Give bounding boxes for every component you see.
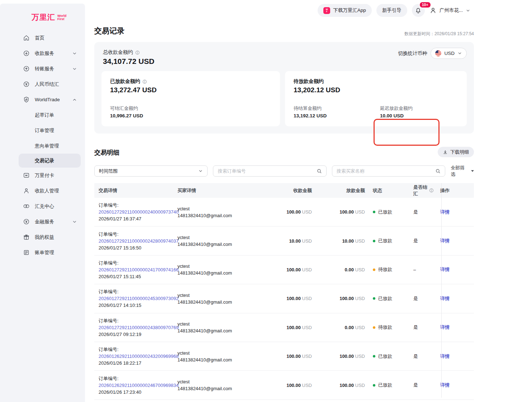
- sidebar-item-汇兑中心[interactable]: 汇兑中心: [0, 198, 85, 214]
- rmb-circle-icon: [23, 81, 30, 88]
- status-dot-icon: [373, 355, 375, 357]
- buyer-email: 14813824410@gmail.com: [177, 385, 242, 392]
- sidebar-item-金融服务[interactable]: 金融服务: [0, 214, 85, 229]
- notifications-button[interactable]: 10+: [412, 4, 425, 17]
- buyer-search-box: [332, 165, 445, 177]
- payout-amount-cell: 10.00 USD: [312, 238, 365, 244]
- buyer-search-input[interactable]: [337, 168, 426, 174]
- search-icon[interactable]: [317, 168, 322, 174]
- sidebar-item-我的权益[interactable]: 我的权益: [0, 229, 85, 245]
- notification-badge: 10+: [419, 1, 431, 8]
- buyer-name: yctest: [177, 350, 242, 356]
- actions-cell: 详情: [434, 295, 466, 302]
- info-icon[interactable]: [429, 188, 434, 193]
- sidebar-item-起草订单[interactable]: 起草订单: [0, 107, 85, 123]
- sidebar-item-WorldTrade[interactable]: WorldTrade: [0, 92, 85, 107]
- order-number-link[interactable]: 2026012729211000000241700974166: [99, 266, 177, 273]
- sticky-column-divider: [441, 183, 442, 398]
- order-number-link[interactable]: 2026012729211000000243800970769: [99, 324, 177, 331]
- to-settle-label: 待结算金额约: [294, 105, 322, 112]
- currency-select[interactable]: USD: [431, 48, 467, 59]
- payout-amount-cell: 0.00 USD: [312, 325, 365, 330]
- search-icon[interactable]: [435, 168, 441, 174]
- settled-cell: 是: [404, 295, 434, 302]
- transactions-table: 交易详情 买家详情 收款金额 放款金额 状态 是否结汇 操作 订单编号: 202…: [94, 183, 474, 400]
- time-range-select[interactable]: 时间范围: [94, 165, 208, 177]
- payee-person-icon: [23, 187, 30, 194]
- header-receive-amount: 收款金额: [242, 187, 312, 194]
- worldfirst-app-icon: WF: [323, 7, 330, 14]
- sidebar-item-label: 汇兑中心: [35, 203, 77, 210]
- account-name: 广州市花...: [440, 7, 463, 14]
- receive-amount: 100.00: [286, 209, 301, 215]
- buyer-details-cell: yctest 14813824410@gmail.com: [177, 234, 242, 248]
- receive-amount-cell: 100.00 USD: [242, 383, 312, 388]
- payout-amount: 0.00: [345, 267, 354, 272]
- transaction-details-cell: 订单编号: 2026012729211000000241700974166 20…: [94, 260, 177, 280]
- order-number-link[interactable]: 2026012629211000000246700969834: [99, 382, 177, 389]
- status-dot-icon: [373, 326, 375, 329]
- payout-currency: USD: [355, 354, 365, 359]
- caret-down-icon: [471, 170, 474, 172]
- settled-cell: 是: [404, 382, 434, 388]
- order-number-link[interactable]: 2026012729211000000242800974037: [99, 238, 177, 244]
- order-number-link[interactable]: 2026012729211000000245300973092: [99, 295, 177, 302]
- order-datetime: 2026/01/27 14:10:15: [99, 302, 177, 309]
- bell-icon: [415, 7, 422, 14]
- info-icon[interactable]: [135, 50, 140, 55]
- status-text: 已放款: [378, 238, 392, 244]
- pending-amount-card: 待放款金额约 13,202.12 USD 待结算金额约 13,192.12 US…: [285, 71, 467, 126]
- status-text: 待放款: [378, 324, 392, 331]
- logo-text-en: World First˙: [57, 14, 66, 21]
- receive-currency: USD: [302, 383, 312, 388]
- receive-currency: USD: [302, 209, 312, 215]
- sidebar-item-收款人管理[interactable]: 收款人管理: [0, 183, 85, 198]
- payout-amount: 0.00: [345, 325, 354, 330]
- sidebar-item-万里付卡[interactable]: 万里付卡: [0, 168, 85, 183]
- status-dot-icon: [373, 268, 375, 271]
- order-search-box: [213, 165, 326, 177]
- sidebar-item-交易记录[interactable]: 交易记录: [19, 154, 81, 168]
- receive-currency: USD: [302, 325, 312, 330]
- download-details-label: 下载明细: [450, 149, 469, 155]
- transfer-circle-icon: [23, 65, 30, 72]
- sidebar-item-转账服务[interactable]: 转账服务: [0, 61, 85, 76]
- payout-amount-cell: 0.00 USD: [312, 267, 365, 272]
- order-number-label: 订单编号:: [99, 202, 177, 209]
- sidebar-item-收款服务[interactable]: 收款服务: [0, 46, 85, 61]
- receive-amount-cell: 100.00 USD: [242, 354, 312, 359]
- order-number-link[interactable]: 2026012729211000000240000973740: [99, 209, 177, 215]
- all-filters-button[interactable]: 全部筛选: [451, 165, 474, 178]
- details-section-title: 交易明细: [94, 148, 119, 157]
- actions-cell: 详情: [434, 209, 466, 215]
- buyer-details-cell: yctest 14813824410@gmail.com: [177, 378, 242, 392]
- download-app-button[interactable]: WF 下载万里汇App: [318, 4, 372, 17]
- settleable-value: 10,996.27 USD: [110, 113, 143, 118]
- order-search-input[interactable]: [218, 168, 307, 174]
- sidebar-item-账单管理[interactable]: 账单管理: [0, 245, 85, 260]
- sidebar-item-人民币结汇[interactable]: 人民币结汇: [0, 76, 85, 92]
- status-text: 已放款: [378, 209, 392, 215]
- payout-amount-cell: 100.00 USD: [312, 383, 365, 388]
- receive-currency: USD: [302, 296, 312, 301]
- status-text: 已放款: [378, 382, 392, 388]
- delayed-release-label: 延迟放款金额约: [380, 105, 413, 112]
- sidebar-item-意向单管理[interactable]: 意向单管理: [0, 138, 85, 154]
- info-icon[interactable]: [142, 79, 147, 84]
- table-row: 订单编号: 2026012629211000000246700969834 20…: [94, 371, 474, 399]
- guide-button[interactable]: 新手引导: [376, 4, 407, 17]
- worldfirst-logo[interactable]: 万里汇 World First˙: [0, 4, 85, 27]
- account-menu[interactable]: 广州市花...: [429, 7, 470, 14]
- payout-amount: 100.00: [339, 383, 354, 388]
- sidebar-item-首页[interactable]: 首页: [0, 30, 85, 46]
- download-details-button[interactable]: 下载明细: [438, 147, 474, 157]
- sidebar-item-订单管理[interactable]: 订单管理: [0, 123, 85, 138]
- order-number-link[interactable]: 2026012629211000000243200969968: [99, 353, 177, 360]
- payout-amount: 100.00: [339, 209, 354, 215]
- receive-currency: USD: [302, 354, 312, 359]
- status-cell: 待放款: [365, 324, 404, 331]
- status-dot-icon: [373, 297, 375, 300]
- buyer-email: 14813824410@gmail.com: [177, 270, 242, 276]
- transaction-details-cell: 订单编号: 2026012629211000000246700969834 20…: [94, 375, 177, 396]
- actions-cell: 详情: [434, 238, 466, 244]
